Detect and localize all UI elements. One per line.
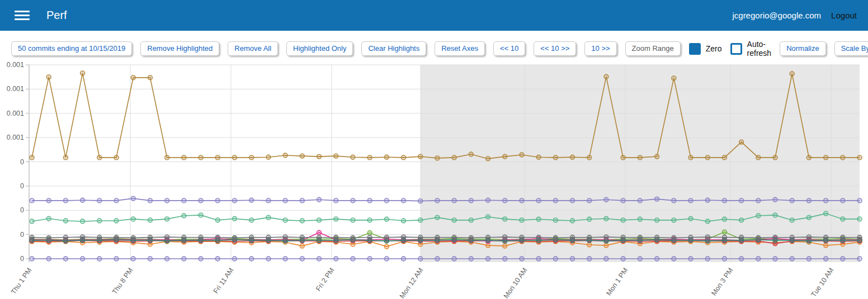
svg-text:0: 0 (20, 206, 24, 214)
checkbox-label-zero: Zero (706, 44, 722, 53)
svg-text:0: 0 (20, 158, 24, 166)
header-right: jcgregorio@google.com Logout (732, 11, 857, 20)
button-clear-highlights[interactable]: Clear Highlights (361, 41, 426, 56)
button-normalize[interactable]: Normalize (780, 41, 826, 56)
button-reset-axes[interactable]: Reset Axes (435, 41, 485, 56)
user-email: jcgregorio@google.com (732, 11, 821, 20)
svg-text:0: 0 (20, 182, 24, 190)
x-axis-labels: Thu 1 PMThu 8 PMFri 11 AMFri 2 PMMon 12 … (10, 267, 836, 299)
button-remove-all[interactable]: Remove All (228, 41, 278, 56)
svg-text:Mon 1 PM: Mon 1 PM (605, 267, 629, 297)
checkbox-group-auto-refresh: Auto-refresh (730, 40, 772, 58)
button-zoom-range[interactable]: Zoom Range (625, 41, 681, 56)
page-title: Perf (46, 9, 67, 22)
y-axis-labels: 0.0010.0010.0010.00100000 (7, 61, 24, 263)
chart-area: 0.0010.0010.0010.00100000Thu 1 PMThu 8 P… (0, 61, 868, 299)
button-remove-highlighted[interactable]: Remove Highlighted (140, 41, 219, 56)
svg-text:0: 0 (20, 231, 24, 239)
button-highlighted-only[interactable]: Highlighted Only (286, 41, 353, 56)
checkbox-zero[interactable] (689, 43, 701, 55)
svg-text:Thu 1 PM: Thu 1 PM (10, 267, 34, 296)
svg-text:Tue 10 AM: Tue 10 AM (810, 267, 836, 298)
logout-button[interactable]: Logout (831, 11, 857, 20)
toolbar: 50 commits ending at 10/15/2019Remove Hi… (0, 31, 868, 58)
svg-text:0.001: 0.001 (7, 110, 24, 117)
shaded-region (421, 65, 860, 262)
svg-text:Fri 2 PM: Fri 2 PM (314, 267, 336, 293)
svg-text:Fri 11 AM: Fri 11 AM (212, 267, 235, 295)
button-back-10[interactable]: << 10 (493, 41, 525, 56)
svg-text:Mon 12 AM: Mon 12 AM (398, 267, 425, 299)
menu-icon[interactable] (15, 11, 30, 20)
app-header: Perf jcgregorio@google.com Logout (0, 0, 868, 31)
chart-svg: 0.0010.0010.0010.00100000Thu 1 PMThu 8 P… (0, 61, 868, 299)
button-back-fwd-10[interactable]: << 10 >> (534, 41, 576, 56)
button-commits[interactable]: 50 commits ending at 10/15/2019 (11, 41, 132, 56)
checkbox-auto-refresh[interactable] (730, 43, 742, 55)
checkbox-label-auto-refresh: Auto-refresh (747, 40, 772, 58)
button-fwd-10[interactable]: 10 >> (584, 41, 616, 56)
y-axis (26, 65, 29, 262)
svg-text:0: 0 (20, 255, 24, 263)
svg-text:0.001: 0.001 (7, 61, 24, 69)
svg-text:Mon 10 AM: Mon 10 AM (502, 267, 529, 299)
checkbox-group-zero: Zero (689, 43, 722, 55)
svg-text:Mon 3 PM: Mon 3 PM (710, 267, 734, 297)
svg-text:0.001: 0.001 (7, 85, 24, 93)
svg-text:0.001: 0.001 (7, 134, 24, 141)
svg-text:Thu 8 PM: Thu 8 PM (111, 267, 135, 296)
button-scale-by-ave[interactable]: Scale By Ave (834, 41, 868, 56)
